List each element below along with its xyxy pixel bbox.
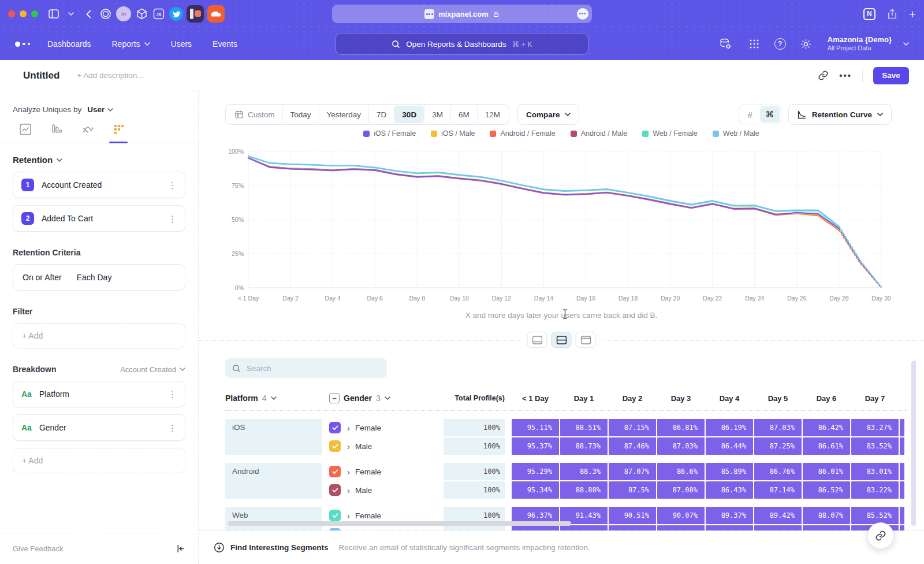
more-options-icon[interactable]: ⋮	[168, 214, 177, 223]
app-icon-target[interactable]	[98, 6, 113, 21]
sidebar-toggle-icon[interactable]	[46, 6, 61, 21]
retention-cell[interactable]: 87.07%	[609, 463, 656, 480]
range-yesterday[interactable]: Yesterday	[319, 106, 369, 123]
retention-cell[interactable]: 86.19%	[706, 419, 753, 436]
retention-cell[interactable]: 90.51%	[609, 507, 656, 524]
total-profiles-cell[interactable]: 100%	[444, 437, 505, 455]
retention-cell[interactable]: 90.07%	[657, 507, 705, 524]
segments-title[interactable]: Find Interesting Segments	[230, 543, 329, 552]
horizontal-scrollbar[interactable]	[228, 521, 571, 526]
retention-cell[interactable]: 87.5%	[609, 481, 656, 499]
retention-cell[interactable]: 86.81%	[657, 419, 705, 436]
mixpanel-logo[interactable]	[15, 42, 30, 47]
checkbox-ios-female[interactable]	[329, 422, 341, 433]
criteria-interval[interactable]: Each Day	[77, 273, 112, 282]
percentage-toggle[interactable]: ⌘	[760, 106, 780, 123]
notion-icon[interactable]: N	[863, 8, 875, 20]
legend-item[interactable]: iOS / Male	[431, 129, 475, 138]
close-window-button[interactable]	[8, 10, 15, 17]
retention-cell[interactable]: 88.24%	[803, 525, 850, 530]
tab-retention[interactable]	[106, 123, 132, 136]
legend-item[interactable]: Web / Male	[713, 129, 759, 138]
expand-chevron-icon[interactable]: ›	[347, 485, 350, 495]
retention-cell[interactable]: 96.34%	[512, 525, 559, 530]
nav-item-dashboards[interactable]: Dashboards	[47, 39, 91, 49]
app-icon-tab-orange[interactable]	[207, 5, 225, 23]
retention-cell[interactable]: 87.03%	[754, 419, 802, 436]
day-column-header[interactable]: Day 7	[851, 394, 899, 403]
retention-cell[interactable]: 87.25%	[754, 437, 802, 455]
collapse-sidebar-icon[interactable]	[176, 544, 185, 554]
range-12m[interactable]: 12M	[477, 106, 508, 123]
total-profiles-cell[interactable]: 100%	[444, 419, 505, 436]
day-column-header[interactable]: < 1 Day	[512, 394, 559, 403]
retention-cell[interactable]: 88.88%	[560, 481, 608, 499]
tab-funnels[interactable]	[44, 123, 69, 136]
back-icon[interactable]	[81, 6, 96, 21]
day-column-header[interactable]: Day 2	[609, 394, 656, 403]
total-profiles-header[interactable]: Total Profile(s)	[444, 394, 505, 402]
nav-item-events[interactable]: Events	[213, 39, 237, 49]
retention-cell[interactable]: 87.03%	[657, 437, 705, 455]
total-profiles-cell[interactable]: 100%	[444, 463, 505, 480]
event-step-added-to-cart[interactable]: 2Added To Cart⋮	[13, 205, 185, 232]
report-title[interactable]: Untitled	[23, 70, 59, 81]
platform-column-header[interactable]: Platform 4	[225, 394, 322, 403]
project-chevron-icon[interactable]	[903, 42, 909, 46]
retention-cell[interactable]: 86.43%	[706, 481, 753, 499]
app-icon-cube[interactable]	[134, 6, 149, 21]
retention-cell[interactable]: 89.48%	[706, 525, 753, 530]
retention-cell[interactable]: 86.76%	[754, 463, 802, 480]
retention-cell[interactable]: 95.11%	[512, 419, 559, 436]
day-column-header[interactable]: Day 6	[803, 394, 850, 403]
breakdown-gender[interactable]: AaGender⋮	[13, 414, 185, 441]
checkbox-android-male[interactable]	[329, 484, 341, 496]
retention-cell[interactable]: 83.27%	[851, 419, 899, 436]
total-profiles-cell[interactable]: 100%	[444, 481, 505, 499]
day-column-header[interactable]: Day 1	[560, 394, 608, 403]
retention-criteria-card[interactable]: On or After Each Day	[13, 264, 185, 291]
help-icon[interactable]: ?	[774, 38, 786, 50]
legend-item[interactable]: iOS / Female	[363, 129, 416, 138]
more-options-icon[interactable]: ⋮	[168, 181, 177, 190]
nav-item-users[interactable]: Users	[171, 39, 192, 49]
vertical-scrollbar[interactable]	[911, 361, 916, 526]
retention-cell[interactable]: 95.29%	[512, 463, 559, 480]
retention-cell[interactable]: 87.14%	[754, 481, 802, 499]
retention-cell[interactable]: 85.52%	[851, 507, 899, 524]
legend-item[interactable]: Web / Female	[642, 129, 698, 138]
analyze-entity-dropdown[interactable]: User	[87, 105, 113, 114]
retention-cell[interactable]: 88.07%	[803, 507, 850, 524]
collapse-all-icon[interactable]: −	[329, 393, 340, 403]
range-today[interactable]: Today	[282, 106, 319, 123]
day-column-header[interactable]: Day 5	[754, 394, 802, 403]
retention-cell[interactable]: 87.46%	[609, 437, 656, 455]
day-column-header[interactable]: Day 4	[706, 394, 753, 403]
breakdown-platform[interactable]: AaPlatform⋮	[13, 381, 185, 407]
more-options-icon[interactable]: ⋮	[168, 424, 177, 432]
more-actions-icon[interactable]: •••	[839, 70, 852, 80]
retention-cell[interactable]: 86.52%	[803, 481, 850, 499]
table-search-input[interactable]	[247, 364, 362, 373]
compare-button[interactable]: Compare	[517, 104, 580, 125]
share-link-fab[interactable]	[867, 522, 894, 549]
add-breakdown-button[interactable]: + Add	[13, 448, 185, 473]
more-options-icon[interactable]: ⋮	[168, 390, 177, 399]
retention-cell[interactable]: 88.3%	[560, 463, 608, 480]
expand-chevron-icon[interactable]: ›	[347, 441, 350, 451]
minimize-window-button[interactable]	[20, 10, 27, 17]
range-6m[interactable]: 6M	[450, 106, 477, 123]
retention-cell[interactable]: 87.15%	[609, 419, 656, 436]
legend-item[interactable]: Android / Male	[571, 129, 628, 138]
event-step-account-created[interactable]: 1Account Created⋮	[13, 172, 185, 198]
nav-item-reports[interactable]: Reports	[112, 39, 150, 49]
split-view-button[interactable]	[552, 332, 572, 348]
retention-cell[interactable]: 89.37%	[706, 507, 753, 524]
apps-grid-icon[interactable]	[747, 36, 762, 51]
expand-chevron-icon[interactable]: ›	[347, 423, 350, 433]
retention-cell[interactable]: 86.44%	[706, 437, 753, 455]
save-button[interactable]: Save	[873, 67, 909, 84]
retention-cell[interactable]: 83.22%	[851, 481, 899, 499]
extensions-icon[interactable]: •••	[577, 8, 588, 20]
app-icon-bird[interactable]	[169, 7, 183, 21]
